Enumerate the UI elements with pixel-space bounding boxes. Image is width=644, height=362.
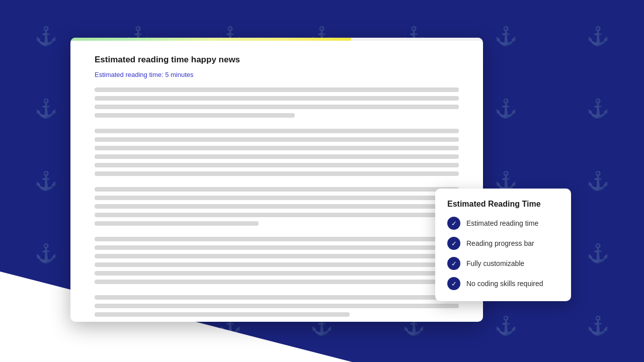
text-line [95, 312, 350, 317]
text-line [95, 295, 459, 300]
reading-time-label: Estimated reading time: 5 minutes [95, 71, 459, 78]
article-body-placeholder [95, 87, 459, 317]
text-line [95, 87, 459, 92]
text-line [95, 237, 459, 241]
check-icon: ✓ [447, 277, 460, 290]
feature-item-estimated-time: ✓ Estimated reading time [447, 217, 559, 230]
feature-item-label: Reading progress bar [466, 239, 534, 247]
text-line [95, 129, 459, 133]
text-line [95, 271, 459, 276]
feature-item-label: No coding skills required [466, 280, 543, 288]
text-line [95, 171, 459, 176]
text-line [95, 96, 459, 101]
reading-progress-bar [70, 38, 483, 41]
article-content: Estimated reading time happy news Estima… [70, 41, 483, 322]
check-icon: ✓ [447, 237, 460, 250]
check-icon: ✓ [447, 217, 460, 230]
browser-card: Estimated reading time happy news Estima… [70, 38, 483, 322]
text-line [95, 304, 459, 308]
text-line [95, 113, 295, 118]
text-line [95, 213, 459, 217]
text-line [95, 137, 459, 142]
feature-card: Estimated Reading Time ✓ Estimated readi… [435, 189, 571, 301]
text-line [95, 154, 459, 159]
text-line [95, 187, 459, 192]
text-line [95, 262, 459, 267]
feature-item-label: Estimated reading time [466, 219, 538, 227]
anchor-icon: ⚓ [552, 72, 644, 145]
text-line [95, 221, 259, 226]
anchor-icon: ⚓ [552, 0, 644, 72]
feature-card-title: Estimated Reading Time [447, 200, 559, 209]
text-line [95, 280, 459, 284]
text-line [95, 146, 459, 150]
article-title: Estimated reading time happy news [95, 55, 459, 65]
text-line [95, 105, 459, 109]
text-line [95, 196, 459, 200]
text-line [95, 204, 459, 209]
feature-item-customizable: ✓ Fully customizable [447, 257, 559, 270]
progress-bar-fill [70, 38, 351, 41]
text-line [95, 245, 459, 250]
feature-item-progress-bar: ✓ Reading progress bar [447, 237, 559, 250]
check-icon: ✓ [447, 257, 460, 270]
feature-item-no-coding: ✓ No coding skills required [447, 277, 559, 290]
text-line [95, 163, 459, 167]
text-line [95, 254, 459, 258]
feature-item-label: Fully customizable [466, 259, 524, 267]
